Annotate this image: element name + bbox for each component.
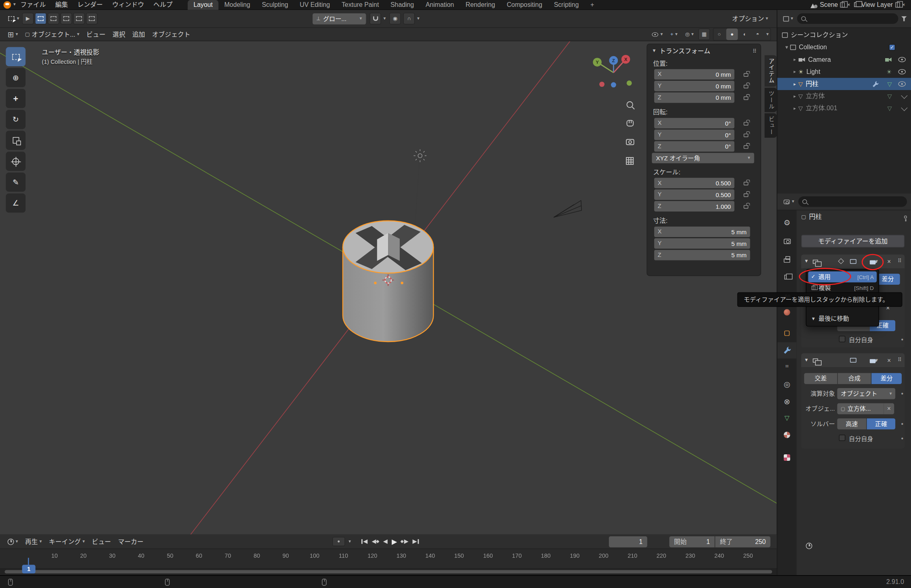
disclosure-icon[interactable]: ▸ (791, 82, 798, 86)
select-mode-extend-button[interactable] (48, 13, 59, 25)
prev-keyframe-button[interactable]: ◀ (372, 539, 379, 544)
properties-tab-constraints[interactable]: ⊗ (777, 394, 796, 409)
timeline-editor-type-selector[interactable]: ▾ (5, 537, 21, 546)
xray-toggle[interactable]: ▦ (698, 29, 710, 40)
editor-type-selector[interactable]: ⊞ ▾ (5, 29, 21, 39)
shading-options-chevron-icon[interactable]: ▾ (764, 32, 770, 37)
new-view-layer-icon[interactable] (895, 2, 900, 7)
properties-tab-modifiers[interactable] (777, 342, 796, 358)
workspace-tab-scripting[interactable]: Scripting (548, 0, 584, 10)
location-y-field[interactable]: Y0 mm (654, 81, 735, 91)
falloff-chevron-icon[interactable]: ▾ (417, 16, 420, 21)
menu-item-move-to-last[interactable]: ▼ 最後に移動 (808, 313, 877, 324)
jump-to-end-button[interactable]: ▶ (413, 539, 419, 544)
object-visibility-dropdown[interactable]: ▾ (648, 31, 665, 38)
menu-help[interactable]: ヘルプ (149, 0, 177, 10)
dimensions-y-field[interactable]: Y5 mm (654, 238, 750, 249)
lock-icon[interactable] (744, 134, 749, 137)
tool-annotate[interactable]: ✎ (6, 172, 25, 191)
viewport-zoom-button[interactable] (627, 102, 634, 109)
workspace-tab-compositing[interactable]: Compositing (501, 0, 548, 10)
properties-tab-texture[interactable] (777, 450, 796, 465)
animate-dot-icon[interactable]: • (901, 391, 904, 397)
outliner-search-input[interactable] (797, 13, 898, 24)
snap-options-chevron-icon[interactable]: ▾ (384, 16, 386, 21)
lock-icon[interactable] (744, 85, 749, 88)
scale-x-field[interactable]: X0.500 (654, 178, 735, 188)
modifier-wrench-icon[interactable] (872, 80, 879, 87)
sidebar-tab-view[interactable]: ビュー (764, 113, 777, 138)
hide-in-viewport-eye-icon[interactable] (898, 57, 906, 62)
tool-scale[interactable] (6, 131, 25, 150)
expand-icon[interactable]: ▼ (804, 259, 808, 264)
outliner-filter-icon[interactable] (901, 16, 907, 21)
options-dropdown[interactable]: オプション ▾ (729, 14, 771, 23)
timeline-ruler[interactable]: 1020304050607080901001101201301401501601… (0, 549, 777, 568)
hide-in-viewport-eye-icon[interactable] (898, 81, 906, 86)
cylinder-object[interactable] (343, 221, 433, 342)
camera-object[interactable] (554, 200, 581, 217)
breadcrumb-object-name[interactable]: 円柱 (809, 214, 822, 220)
gizmo-neg-y[interactable] (627, 80, 632, 86)
viewport-perspective-toggle-button[interactable] (626, 158, 633, 164)
play-reverse-button[interactable]: ◀ (383, 539, 388, 544)
tweak-tool-button[interactable]: ▶ (22, 13, 34, 25)
render-display-toggle-icon[interactable] (870, 359, 875, 363)
scale-z-field[interactable]: Z1.000 (654, 201, 735, 212)
outliner-row-scene-collection[interactable]: シーンコレクション (777, 29, 911, 41)
workspace-tab-layout[interactable]: Layout (188, 0, 218, 10)
remove-modifier-icon[interactable]: × (887, 258, 891, 265)
collection-checkbox[interactable]: ✓ (889, 44, 895, 50)
location-z-field[interactable]: Z0 mm (654, 92, 735, 103)
animate-dot-icon[interactable]: • (901, 421, 904, 427)
drag-handle-icon[interactable]: ⠿ (898, 258, 901, 264)
viewport-camera-view-button[interactable] (626, 139, 634, 145)
outliner-row-cylinder[interactable]: ▸ ▽ 円柱 ▽ (777, 78, 911, 90)
outliner-editor-type-selector[interactable]: ▾ (782, 15, 794, 23)
animate-dot-icon[interactable]: • (901, 435, 904, 442)
properties-tab-tool[interactable]: ⚙ (777, 215, 796, 230)
mod2-intersect-button[interactable]: 交差 (804, 373, 837, 384)
dimensions-z-field[interactable]: Z5 mm (654, 250, 750, 260)
rotation-x-field[interactable]: X0° (654, 118, 735, 128)
menu-select[interactable]: 選択 (109, 30, 128, 39)
timeline-editor[interactable]: ▾ 再生▾ キーイング▾ ビュー マーカー ● ▾ ◀ ◀ ◀ ▶ ▶ ▶ 1 (0, 535, 777, 568)
view-layer-selector[interactable]: View Layer × (854, 2, 905, 8)
timeline-view-menu[interactable]: ビュー (89, 537, 114, 546)
snap-toggle-button[interactable] (369, 13, 381, 25)
mod1-self-checkbox[interactable] (839, 336, 846, 342)
properties-tab-render[interactable] (777, 233, 796, 248)
menu-window[interactable]: ウィンドウ (107, 0, 149, 10)
outliner-row-camera[interactable]: ▸ Camera (777, 53, 911, 65)
disclosure-icon[interactable]: ▼ (783, 45, 790, 50)
mod2-union-button[interactable]: 合成 (838, 373, 871, 384)
add-modifier-button[interactable]: モディファイアーを追加 (801, 235, 905, 248)
drag-handle-icon[interactable]: ⠿ (898, 357, 901, 363)
properties-tab-particles[interactable]: ⠛ (777, 360, 796, 375)
lock-icon[interactable] (744, 193, 749, 197)
disclosure-icon[interactable]: ▸ (791, 57, 798, 62)
modifier-extras-chevron-icon[interactable]: ▾ (875, 358, 878, 363)
tool-select-box[interactable] (6, 47, 25, 66)
lock-icon[interactable] (744, 182, 749, 185)
workspace-tab-animation[interactable]: Animation (420, 0, 460, 10)
tool-move[interactable]: + (6, 89, 25, 108)
proportional-edit-toggle[interactable]: ◉ (389, 13, 401, 25)
realtime-display-toggle-icon[interactable] (850, 259, 856, 264)
mod2-difference-button[interactable]: 差分 (871, 373, 902, 384)
rotation-mode-dropdown[interactable]: XYZ オイラー角 ▾ (652, 153, 754, 163)
viewport-pan-button[interactable] (627, 120, 633, 126)
lock-icon[interactable] (744, 205, 749, 209)
dimensions-x-field[interactable]: X5 mm (654, 227, 750, 237)
current-frame-field[interactable]: 1 (609, 536, 647, 547)
view-layer-name[interactable]: View Layer (861, 2, 893, 8)
menu-object[interactable]: オブジェクト (149, 30, 193, 39)
shading-solid-button[interactable]: ● (726, 29, 738, 40)
properties-tab-physics[interactable]: ◎ (777, 376, 796, 391)
marker-menu[interactable]: マーカー (115, 537, 147, 546)
menu-file[interactable]: ファイル (16, 0, 50, 10)
realtime-display-toggle-icon[interactable] (850, 358, 856, 363)
properties-editor-type-selector[interactable]: ▾ (782, 198, 796, 206)
next-keyframe-button[interactable]: ▶ (401, 539, 408, 544)
3d-viewport[interactable]: Y Z X (0, 41, 777, 535)
